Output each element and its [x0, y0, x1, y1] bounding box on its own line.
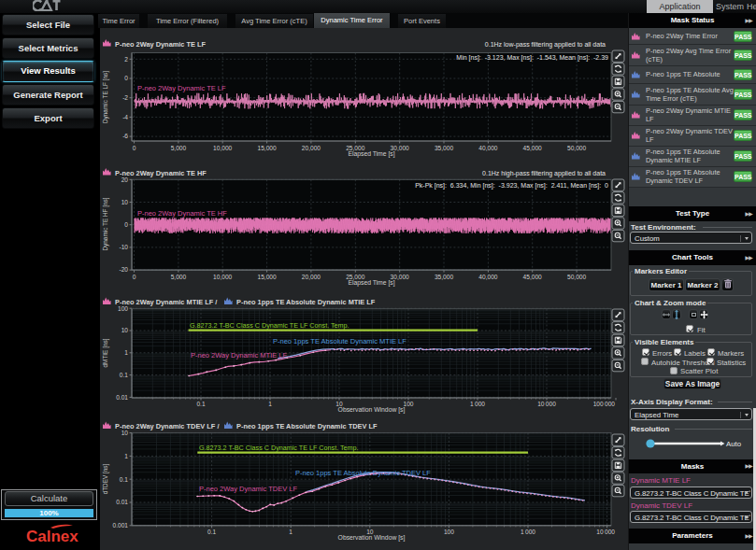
svg-text:Calnex: Calnex [26, 528, 78, 545]
svg-text:0: 0 [133, 145, 136, 151]
svg-text:20,000: 20,000 [302, 145, 321, 151]
svg-text:2: 2 [124, 56, 128, 63]
svg-text:-4: -4 [122, 114, 128, 120]
svg-text:10,000: 10,000 [213, 145, 233, 151]
svg-text:P-neo 2Way Dynamic TDEV LF: P-neo 2Way Dynamic TDEV LF [199, 485, 297, 493]
svg-text:100: 100 [444, 529, 454, 535]
svg-text:-20: -20 [119, 266, 128, 273]
svg-text:45,000: 45,000 [523, 274, 543, 280]
svg-text:10 000: 10 000 [596, 529, 615, 535]
svg-text:P-neo 1pps TE Absolute Dynamic: P-neo 1pps TE Absolute Dynamic MTIE LF [236, 298, 376, 306]
svg-text:0.01: 0.01 [116, 394, 128, 401]
svg-text:0.1: 0.1 [120, 476, 128, 483]
svg-text:dTDEV [ns]: dTDEV [ns] [102, 463, 109, 494]
svg-text:35,000: 35,000 [435, 274, 454, 280]
svg-text:20: 20 [121, 176, 129, 183]
svg-text:P-neo 1pps TE Absolute Dynamic: P-neo 1pps TE Absolute Dynamic TDEV LF [295, 469, 431, 477]
svg-text:Observation Window [s]: Observation Window [s] [338, 534, 406, 542]
svg-text:Dynamic TE LF [ns]: Dynamic TE LF [ns] [102, 71, 109, 123]
svg-text:P-neo 2Way Dynamic MTIE LF: P-neo 2Way Dynamic MTIE LF [191, 351, 287, 360]
svg-text:Observation Window [s]: Observation Window [s] [338, 406, 406, 414]
svg-text:50,000: 50,000 [567, 145, 587, 151]
svg-text:0.1: 0.1 [196, 401, 205, 407]
svg-text:40,000: 40,000 [478, 145, 498, 151]
svg-text:1: 1 [124, 349, 128, 356]
svg-text:P-neo 2Way Dynamic TE HF: P-neo 2Way Dynamic TE HF [137, 209, 227, 218]
svg-text:0.01: 0.01 [116, 499, 128, 505]
svg-text:0: 0 [124, 75, 128, 81]
svg-text:P-neo 2Way Dynamic TE LF: P-neo 2Way Dynamic TE LF [115, 40, 207, 49]
svg-text:5,000: 5,000 [171, 145, 187, 151]
svg-text:Pk-Pk [ns]: 6.334, Min [ns]:: Pk-Pk [ns]: 6.334, Min [ns]: -3.923, Max… [415, 182, 608, 190]
svg-text:10: 10 [121, 327, 129, 333]
svg-text:0.1: 0.1 [120, 372, 128, 378]
svg-text:P-neo 2Way Dynamic MTIE LF /: P-neo 2Way Dynamic MTIE LF / [115, 298, 217, 306]
svg-text:15,000: 15,000 [258, 145, 278, 151]
svg-text:P-neo 1pps TE Absolute Dynamic: P-neo 1pps TE Absolute Dynamic MTIE LF [273, 337, 407, 346]
svg-text:P-neo 1pps TE Absolute Dynamic: P-neo 1pps TE Absolute Dynamic TDEV LF [236, 422, 378, 430]
svg-text:10,000: 10,000 [213, 274, 233, 280]
svg-text:45,000: 45,000 [523, 145, 543, 151]
svg-text:Min [ns]: -3.123, Max [ns]:: Min [ns]: -3.123, Max [ns]: -1.543, Mean… [456, 54, 608, 62]
svg-text:5,000: 5,000 [171, 274, 187, 280]
svg-text:10: 10 [121, 199, 129, 205]
svg-text:0: 0 [133, 274, 136, 280]
svg-text:1 000: 1 000 [470, 401, 485, 407]
svg-text:P-neo 2Way Dynamic TE LF: P-neo 2Way Dynamic TE LF [137, 84, 226, 92]
svg-text:G.8273.2 T-BC Class C Dynamic: G.8273.2 T-BC Class C Dynamic TE LF Cons… [190, 321, 349, 330]
svg-text:0.1Hz low-pass filtering appli: 0.1Hz low-pass filtering applied to all … [485, 41, 606, 49]
svg-text:G.8273.2 T-BC Class C Dynamic: G.8273.2 T-BC Class C Dynamic TE LF Cons… [199, 444, 359, 452]
svg-text:1 000: 1 000 [521, 529, 535, 535]
svg-text:Dynamic TE HF [ns]: Dynamic TE HF [ns] [102, 197, 109, 250]
svg-text:0.001: 0.001 [112, 522, 128, 529]
svg-text:-2: -2 [122, 94, 128, 101]
svg-text:-10: -10 [119, 244, 128, 250]
svg-text:0: 0 [124, 221, 128, 228]
svg-text:1: 1 [289, 529, 292, 535]
svg-text:35,000: 35,000 [435, 145, 454, 151]
svg-text:P-neo 2Way Dynamic TE HF: P-neo 2Way Dynamic TE HF [115, 169, 207, 177]
svg-text:40,000: 40,000 [478, 274, 498, 280]
svg-text:50,000: 50,000 [567, 274, 587, 280]
svg-text:1: 1 [124, 453, 128, 459]
svg-text:10 000: 10 000 [537, 401, 556, 407]
svg-text:1: 1 [268, 401, 272, 407]
svg-text:0.1: 0.1 [207, 529, 216, 535]
svg-text:100 000: 100 000 [593, 401, 616, 407]
svg-text:20,000: 20,000 [302, 274, 321, 280]
svg-text:15,000: 15,000 [258, 274, 278, 280]
svg-text:dMTIE [ns]: dMTIE [ns] [102, 338, 109, 367]
svg-text:Elapsed Time [s]: Elapsed Time [s] [348, 150, 394, 158]
svg-text:P-neo 2Way Dynamic TDEV LF /: P-neo 2Way Dynamic TDEV LF / [115, 422, 219, 430]
svg-text:-6: -6 [122, 133, 128, 139]
svg-text:Elapsed Time [s]: Elapsed Time [s] [348, 279, 394, 287]
svg-text:0.1Hz high-pass filtering appl: 0.1Hz high-pass filtering applied to all… [482, 170, 606, 177]
